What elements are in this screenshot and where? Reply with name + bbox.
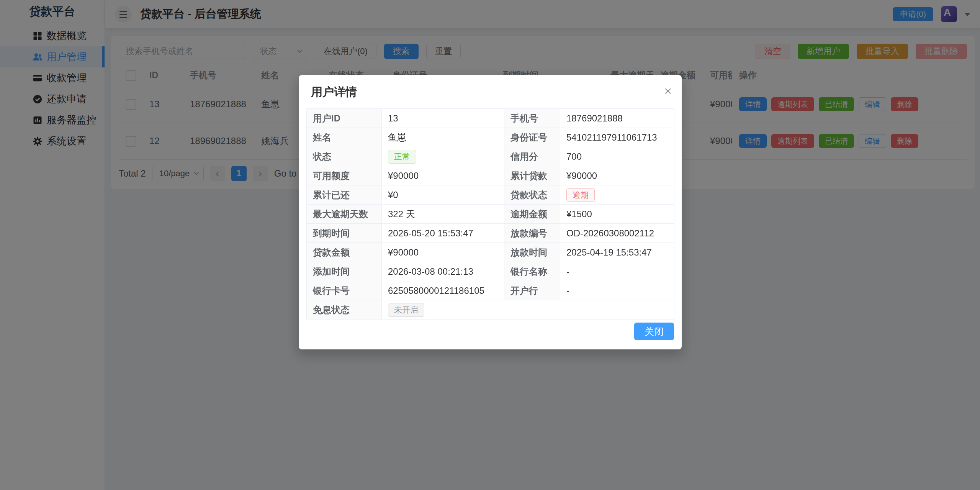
- user-detail-dialog: 用户详情 × 用户ID 13 手机号 18769021888 姓名 鱼崽 身份证…: [299, 75, 682, 349]
- field-label: 贷款金额: [307, 243, 382, 262]
- field-value-overdue-amount: ¥1500: [560, 205, 674, 224]
- field-label: 开户行: [504, 281, 560, 300]
- field-value-bank-card: 6250580000121186105: [382, 281, 504, 300]
- field-label: 状态: [307, 147, 382, 166]
- field-label: 身份证号: [504, 128, 560, 147]
- field-value-phone: 18769021888: [560, 109, 674, 128]
- dialog-title: 用户详情: [311, 84, 357, 100]
- field-value-id-card: 541021197911061713: [560, 128, 674, 147]
- field-label: 免息状态: [307, 300, 382, 320]
- field-value-bank-name: -: [560, 262, 674, 281]
- field-label: 累计已还: [307, 185, 382, 205]
- field-value-total-loan: ¥90000: [560, 166, 674, 185]
- field-label: 银行名称: [504, 262, 560, 281]
- field-label: 累计贷款: [504, 166, 560, 185]
- field-label: 姓名: [307, 128, 382, 147]
- field-value-bank-branch: -: [560, 281, 674, 300]
- interest-free-badge: 未开启: [388, 303, 424, 317]
- field-label: 逾期金额: [504, 205, 560, 224]
- field-label: 手机号: [504, 109, 560, 128]
- dialog-header: 用户详情 ×: [306, 84, 674, 100]
- field-label: 信用分: [504, 147, 560, 166]
- close-icon[interactable]: ×: [664, 84, 672, 97]
- field-value-name: 鱼崽: [382, 128, 504, 147]
- field-label: 可用额度: [307, 166, 382, 185]
- field-label: 到期时间: [307, 224, 382, 243]
- dialog-body: 用户ID 13 手机号 18769021888 姓名 鱼崽 身份证号 54102…: [306, 108, 674, 320]
- field-label: 放款时间: [504, 243, 560, 262]
- field-label: 银行卡号: [307, 281, 382, 300]
- field-value-add-time: 2026-03-08 00:21:13: [382, 262, 504, 281]
- field-value-total-repaid: ¥0: [382, 185, 504, 205]
- dialog-footer: 关闭: [306, 323, 674, 340]
- field-value-available-quota: ¥90000: [382, 166, 504, 185]
- field-label: 贷款状态: [504, 185, 560, 205]
- field-value-loan-time: 2025-04-19 15:53:47: [560, 243, 674, 262]
- status-badge: 正常: [388, 150, 416, 164]
- field-value-max-overdue-days: 322 天: [382, 205, 504, 224]
- field-value-due-time: 2026-05-20 15:53:47: [382, 224, 504, 243]
- field-label: 添加时间: [307, 262, 382, 281]
- loan-status-badge: 逾期: [566, 188, 595, 202]
- field-value-loan-amount: ¥90000: [382, 243, 504, 262]
- field-value-credit-score: 700: [560, 147, 674, 166]
- field-value-loan-number: OD-20260308002112: [560, 224, 674, 243]
- field-label: 放款编号: [504, 224, 560, 243]
- field-value-user-id: 13: [382, 109, 504, 128]
- field-label: 最大逾期天数: [307, 205, 382, 224]
- user-detail-table: 用户ID 13 手机号 18769021888 姓名 鱼崽 身份证号 54102…: [306, 108, 674, 320]
- field-label: 用户ID: [307, 109, 382, 128]
- close-button[interactable]: 关闭: [634, 323, 674, 340]
